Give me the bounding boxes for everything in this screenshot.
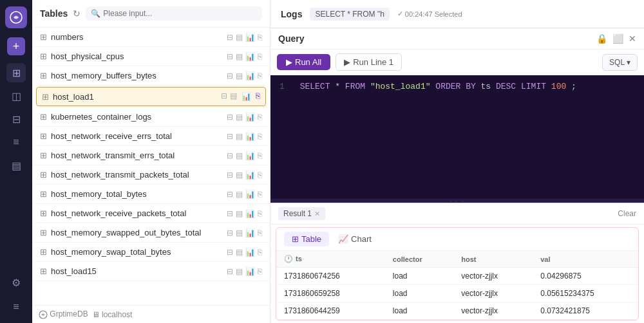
action-copy-icon[interactable]: ⎘ bbox=[258, 171, 262, 180]
action-copy-icon[interactable]: ⎘ bbox=[258, 209, 262, 218]
table-row[interactable]: ⊞ host_memory_swap_total_bytes ⊟ ▤ 📊 ⎘ bbox=[32, 243, 270, 262]
action-chart-icon[interactable]: 📊 bbox=[245, 190, 255, 199]
action-copy-icon[interactable]: ⎘ bbox=[258, 132, 262, 141]
action-schema-icon[interactable]: ⊟ bbox=[227, 71, 233, 80]
add-button[interactable]: + bbox=[7, 37, 25, 55]
action-data-icon[interactable]: ▤ bbox=[236, 248, 243, 257]
table-row: 1731860644259loadvector-zjjlx0.073242187… bbox=[276, 302, 638, 320]
action-copy-icon[interactable]: ⎘ bbox=[258, 248, 262, 257]
table-row[interactable]: ⊞ host_memory_swapped_out_bytes_total ⊟ … bbox=[32, 223, 270, 243]
table-row-name: host_load1 bbox=[53, 92, 217, 102]
close-icon[interactable]: ✕ bbox=[629, 33, 636, 44]
action-data-icon[interactable]: ▤ bbox=[236, 209, 243, 218]
action-copy-icon[interactable]: ⎘ bbox=[258, 71, 262, 80]
action-schema-icon[interactable]: ⊟ bbox=[221, 91, 227, 102]
action-data-icon[interactable]: ▤ bbox=[236, 228, 243, 237]
action-schema-icon[interactable]: ⊟ bbox=[227, 248, 233, 257]
table-row-icon: ⊞ bbox=[40, 131, 47, 141]
run-line-button[interactable]: ▶ Run Line 1 bbox=[336, 53, 402, 71]
action-data-icon[interactable]: ▤ bbox=[236, 267, 243, 276]
logs-query-chip: SELECT * FROM "h bbox=[310, 8, 389, 21]
action-schema-icon[interactable]: ⊟ bbox=[227, 151, 233, 160]
sql-dropdown[interactable]: SQL ▾ bbox=[602, 54, 638, 71]
tab-chart[interactable]: 📈 Chart bbox=[330, 232, 379, 246]
action-copy-icon[interactable]: ⎘ bbox=[258, 52, 262, 61]
table-row[interactable]: ⊞ host_physical_cpus ⊟ ▤ 📊 ⎘ bbox=[32, 47, 270, 66]
action-data-icon[interactable]: ▤ bbox=[236, 190, 243, 199]
result-tab-1[interactable]: Result 1 ✕ bbox=[278, 207, 325, 220]
tab-table[interactable]: ⊞ Table bbox=[284, 232, 329, 246]
sidebar-icon-menu[interactable]: ≡ bbox=[6, 297, 26, 317]
table-row[interactable]: ⊞ host_memory_buffers_bytes ⊟ ▤ 📊 ⎘ bbox=[32, 66, 270, 86]
query-editor[interactable]: 1 SELECT * FROM "host_load1" ORDER BY ts… bbox=[270, 75, 644, 199]
refresh-icon[interactable]: ↻ bbox=[73, 8, 80, 19]
logs-bar: Logs SELECT * FROM "h ✓ 00:24:47 Selecte… bbox=[270, 0, 644, 28]
action-chart-icon[interactable]: 📊 bbox=[245, 52, 255, 61]
table-row[interactable]: ⊞ numbers ⊟ ▤ 📊 ⎘ bbox=[32, 28, 270, 47]
instance-label: 🖥 localhost bbox=[92, 310, 133, 319]
table-row[interactable]: ⊞ host_network_receive_errs_total ⊟ ▤ 📊 … bbox=[32, 127, 270, 146]
action-chart-icon[interactable]: 📊 bbox=[245, 248, 255, 257]
action-chart-icon[interactable]: 📊 bbox=[245, 33, 255, 42]
sidebar-icon-settings2[interactable]: ▤ bbox=[6, 156, 26, 175]
action-data-icon[interactable]: ▤ bbox=[236, 171, 243, 180]
action-data-icon[interactable]: ▤ bbox=[236, 33, 243, 42]
expand-icon[interactable]: ⬜ bbox=[612, 33, 623, 44]
search-icon: 🔍 bbox=[91, 9, 100, 18]
table-row-actions: ⊟ ▤ 📊 ⎘ bbox=[227, 171, 262, 180]
action-copy-icon[interactable]: ⎘ bbox=[258, 267, 262, 276]
close-result-tab[interactable]: ✕ bbox=[314, 210, 320, 218]
action-copy-icon[interactable]: ⎘ bbox=[258, 228, 262, 237]
action-schema-icon[interactable]: ⊟ bbox=[227, 132, 233, 141]
action-copy-icon[interactable]: ⎘ bbox=[258, 113, 262, 122]
action-schema-icon[interactable]: ⊟ bbox=[227, 52, 233, 61]
table-row-icon: ⊞ bbox=[40, 170, 47, 180]
action-data-icon[interactable]: ▤ bbox=[236, 71, 243, 80]
action-schema-icon[interactable]: ⊟ bbox=[227, 171, 233, 180]
action-data-icon[interactable]: ▤ bbox=[236, 132, 243, 141]
action-copy-icon[interactable]: ⎘ bbox=[258, 33, 262, 42]
action-schema-icon[interactable]: ⊟ bbox=[227, 113, 233, 122]
sidebar-icon-chart[interactable]: ⊟ bbox=[6, 109, 26, 129]
action-copy-icon[interactable]: ⎘ bbox=[256, 91, 260, 102]
table-row[interactable]: ⊞ host_network_receive_packets_total ⊟ ▤… bbox=[32, 204, 270, 223]
clear-button[interactable]: Clear bbox=[618, 209, 636, 218]
action-chart-icon[interactable]: 📊 bbox=[245, 171, 255, 180]
action-schema-icon[interactable]: ⊟ bbox=[227, 228, 233, 237]
action-schema-icon[interactable]: ⊟ bbox=[227, 209, 233, 218]
action-schema-icon[interactable]: ⊟ bbox=[227, 33, 233, 42]
table-row-name: host_physical_cpus bbox=[51, 51, 223, 61]
sidebar-icon-query[interactable]: ◫ bbox=[6, 86, 26, 106]
action-schema-icon[interactable]: ⊟ bbox=[227, 190, 233, 199]
action-chart-icon[interactable]: 📊 bbox=[245, 132, 255, 141]
table-row[interactable]: ⊞ host_network_transmit_errs_total ⊟ ▤ 📊… bbox=[32, 146, 270, 165]
table-row[interactable]: ⊞ kubernetes_container_logs ⊟ ▤ 📊 ⎘ bbox=[32, 107, 270, 127]
table-row-name: host_network_receive_errs_total bbox=[51, 131, 223, 141]
action-chart-icon[interactable]: 📊 bbox=[245, 228, 255, 237]
action-copy-icon[interactable]: ⎘ bbox=[258, 190, 262, 199]
action-chart-icon[interactable]: 📊 bbox=[245, 71, 255, 80]
table-row-name: host_memory_buffers_bytes bbox=[51, 71, 223, 80]
sidebar-icon-tables[interactable]: ⊞ bbox=[6, 63, 26, 82]
action-chart-icon[interactable]: 📊 bbox=[245, 151, 255, 160]
search-input[interactable] bbox=[103, 9, 257, 18]
action-data-icon[interactable]: ▤ bbox=[230, 91, 237, 102]
action-data-icon[interactable]: ▤ bbox=[236, 151, 243, 160]
table-row-actions: ⊟ ▤ 📊 ⎘ bbox=[227, 190, 262, 199]
action-copy-icon[interactable]: ⎘ bbox=[258, 151, 262, 160]
action-chart-icon[interactable]: 📊 bbox=[245, 113, 255, 122]
table-row[interactable]: ⊞ host_network_transmit_packets_total ⊟ … bbox=[32, 165, 270, 185]
table-row[interactable]: ⊞ host_load1 ⊟ ▤ 📊 ⎘ bbox=[36, 87, 266, 106]
action-schema-icon[interactable]: ⊟ bbox=[227, 267, 233, 276]
sidebar-icon-settings[interactable]: ⚙ bbox=[6, 273, 26, 292]
run-all-button[interactable]: ▶ Run All bbox=[277, 54, 330, 70]
action-data-icon[interactable]: ▤ bbox=[236, 113, 243, 122]
table-row[interactable]: ⊞ host_load15 ⊟ ▤ 📊 ⎘ bbox=[32, 262, 270, 281]
action-chart-icon[interactable]: 📊 bbox=[245, 267, 255, 276]
sidebar-icon-data[interactable]: ≡ bbox=[6, 133, 26, 152]
action-chart-icon[interactable]: 📊 bbox=[240, 91, 253, 102]
action-data-icon[interactable]: ▤ bbox=[236, 52, 243, 61]
action-chart-icon[interactable]: 📊 bbox=[245, 209, 255, 218]
table-row[interactable]: ⊞ host_memory_total_bytes ⊟ ▤ 📊 ⎘ bbox=[32, 185, 270, 204]
icon-sidebar: + ⊞ ◫ ⊟ ≡ ▤ ⚙ ≡ bbox=[0, 0, 32, 323]
